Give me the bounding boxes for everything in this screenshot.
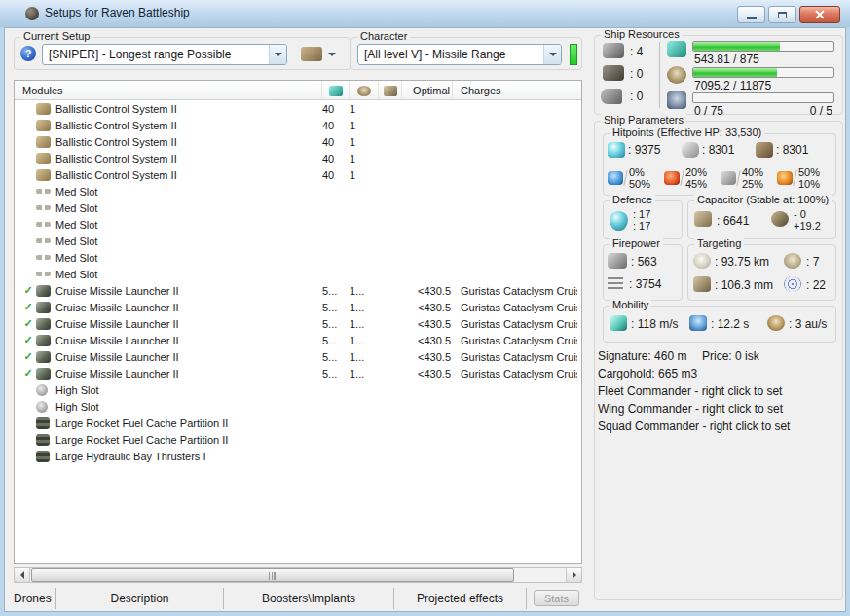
module-row[interactable]: ✓ Cruise Missile Launcher II 5... 1... <… — [15, 365, 581, 381]
help-icon[interactable]: ? — [20, 46, 36, 61]
ship-parameters-label: Ship Parameters — [601, 114, 686, 126]
bottom-tab[interactable]: Projected effects — [394, 588, 527, 609]
character-skill-indicator — [570, 44, 577, 65]
max-targets-icon — [784, 253, 801, 269]
bottom-tab[interactable]: Drones — [14, 588, 56, 609]
module-row[interactable]: Med Slot — [15, 266, 581, 282]
bottom-tabs: DronesDescriptionBoosters\ImplantsProjec… — [14, 588, 527, 609]
module-row[interactable]: Large Hydraulic Bay Thrusters I — [15, 448, 581, 464]
module-icon — [36, 103, 51, 115]
module-row[interactable]: ✓ Cruise Missile Launcher II 5... 1... <… — [15, 332, 581, 348]
resist-cell: 20% 45% — [664, 166, 721, 190]
powergrid-column-header[interactable] — [350, 81, 379, 100]
module-row[interactable]: Med Slot — [15, 199, 581, 216]
powergrid-icon — [357, 86, 371, 96]
module-optimal-value: <430.5 — [402, 302, 453, 313]
module-row[interactable]: ✓ Cruise Missile Launcher II 5... 1... <… — [15, 315, 581, 332]
module-row[interactable]: High Slot — [15, 398, 581, 415]
setup-combobox[interactable]: [SNIPER] - Longest range Possible — [42, 44, 287, 65]
module-row[interactable]: Med Slot — [15, 216, 581, 233]
current-setup-group: Current Setup ? [SNIPER] - Longest range… — [14, 37, 351, 70]
module-name: Cruise Missile Launcher II — [54, 351, 322, 363]
target-range-value: : 93.75 km — [715, 255, 769, 269]
module-pg-value: 1... — [350, 302, 379, 313]
armor-hp-value: : 8301 — [699, 143, 756, 157]
fitted-check-icon: ✓ — [20, 301, 36, 313]
module-row[interactable]: ✓ Cruise Missile Launcher II 5... 1... <… — [15, 299, 581, 315]
module-pg-value: 1... — [350, 318, 379, 330]
module-list[interactable]: Modules Optimal Charges Ballistic Contro… — [14, 80, 582, 564]
scrollbar-thumb[interactable] — [31, 568, 514, 582]
module-row[interactable]: Ballistic Control System II 40 1 — [15, 150, 581, 166]
module-name: Ballistic Control System II — [54, 103, 322, 115]
defence-value-2: : 17 — [633, 220, 650, 232]
scroll-right-arrow[interactable] — [566, 568, 581, 582]
bottom-tab[interactable]: Description — [56, 588, 224, 609]
mobility-label: Mobility — [610, 299, 651, 310]
capacitor-amount-value: : 6641 — [717, 214, 749, 228]
character-combobox-arrow[interactable] — [543, 45, 561, 64]
charges-column-header[interactable]: Charges — [453, 81, 577, 100]
module-name: Large Rocket Fuel Cache Partition II — [54, 434, 322, 446]
module-pg-value: 1 — [350, 169, 379, 181]
module-row[interactable]: ✓ Cruise Missile Launcher II 5... 1... <… — [15, 282, 581, 299]
capacitor-icon — [694, 211, 712, 227]
ship-resources-label: Ship Resources — [601, 28, 683, 40]
module-row[interactable]: ✓ Cruise Missile Launcher II 5... 1... <… — [15, 348, 581, 365]
module-name: Ballistic Control System II — [54, 169, 322, 181]
module-row[interactable]: Ballistic Control System II 40 1 — [15, 166, 581, 183]
module-row[interactable]: Med Slot — [15, 249, 581, 266]
module-row[interactable]: Large Rocket Fuel Cache Partition II — [15, 431, 581, 448]
wing-commander-line[interactable]: Wing Commander - right click to set — [598, 402, 783, 416]
module-name: Ballistic Control System II — [54, 136, 322, 148]
module-icon — [36, 417, 50, 429]
module-pg-value: 1 — [350, 136, 379, 148]
volley-value: : 3754 — [629, 277, 661, 291]
maximize-button[interactable] — [768, 6, 796, 23]
fitted-check-icon: ✓ — [20, 317, 36, 330]
character-combobox-value: [All level V] - Missile Range — [358, 48, 543, 61]
window-title: Setups for Raven Battleship — [45, 6, 190, 19]
module-name: Med Slot — [54, 252, 322, 264]
setup-combobox-arrow[interactable] — [269, 45, 286, 64]
module-row[interactable]: Med Slot — [15, 233, 581, 249]
resist-armor-value: 50% — [629, 178, 650, 190]
stats-button[interactable]: Stats — [534, 590, 579, 606]
fleet-commander-line[interactable]: Fleet Commander - right click to set — [598, 384, 782, 398]
module-pg-value: 1... — [350, 285, 379, 297]
module-row[interactable]: Ballistic Control System II 40 1 — [15, 117, 581, 133]
fitted-check-icon: ✓ — [20, 350, 36, 363]
align-time-value: : 12.2 s — [711, 317, 749, 331]
optimal-column-header[interactable]: Optimal — [402, 81, 453, 100]
module-row[interactable]: Ballistic Control System II 40 1 — [15, 133, 581, 150]
module-list-header[interactable]: Modules Optimal Charges — [15, 81, 581, 100]
cpu-column-header[interactable] — [322, 81, 350, 100]
dronebay-usage-value: 0 / 75 — [694, 104, 723, 118]
module-row[interactable]: High Slot — [15, 381, 581, 398]
close-button[interactable] — [799, 6, 840, 23]
titlebar[interactable]: Setups for Raven Battleship — [0, 0, 850, 27]
module-row[interactable]: Ballistic Control System II 40 1 — [15, 100, 581, 117]
cap-recharge-icon — [771, 211, 789, 227]
minimize-button[interactable] — [737, 6, 765, 23]
fitted-check-icon: ✓ — [20, 284, 36, 297]
character-combobox[interactable]: [All level V] - Missile Range — [357, 44, 562, 65]
ship-menu-icon[interactable] — [301, 47, 322, 61]
module-icon — [36, 255, 51, 260]
module-cpu-value: 40 — [322, 120, 350, 131]
dps-value: : 563 — [631, 255, 657, 269]
module-row[interactable]: Med Slot — [15, 183, 581, 199]
ship-menu-caret-icon[interactable] — [328, 53, 336, 56]
modules-column-header[interactable]: Modules — [20, 81, 322, 100]
resist-armor-value: 25% — [742, 178, 763, 190]
defence-label: Defence — [610, 194, 655, 205]
scroll-left-arrow[interactable] — [15, 568, 30, 582]
bottom-tab[interactable]: Boosters\Implants — [224, 588, 394, 609]
horizontal-scrollbar[interactable] — [14, 567, 582, 583]
capacitor-column-header[interactable] — [379, 81, 402, 100]
squad-commander-line[interactable]: Squad Commander - right click to set — [598, 419, 790, 433]
module-row[interactable]: Large Rocket Fuel Cache Partition II — [15, 415, 581, 431]
rigs-free-value: : 0 — [630, 90, 643, 103]
module-pg-value: 1... — [350, 351, 379, 363]
module-cpu-value: 40 — [322, 136, 350, 148]
